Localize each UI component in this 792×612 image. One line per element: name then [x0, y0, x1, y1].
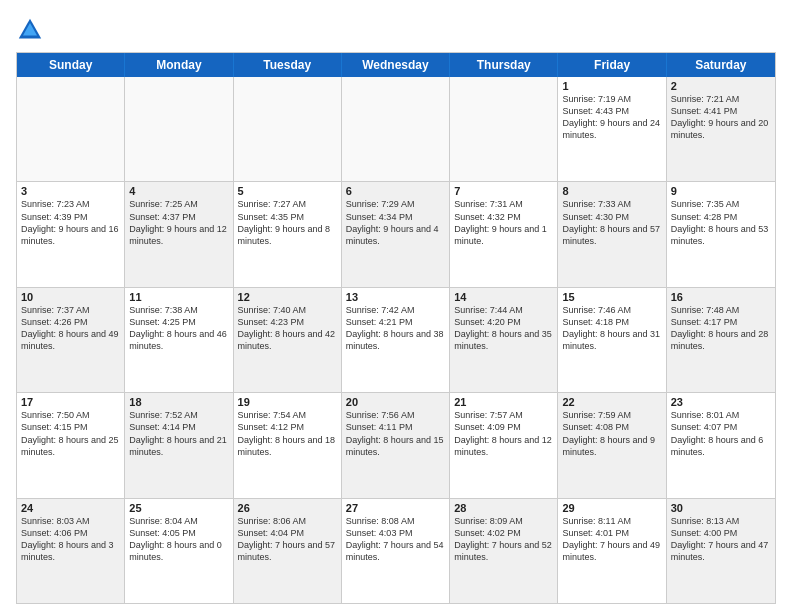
day-number: 6	[346, 185, 445, 197]
calendar-header: SundayMondayTuesdayWednesdayThursdayFrid…	[17, 53, 775, 77]
day-number: 22	[562, 396, 661, 408]
day-number: 7	[454, 185, 553, 197]
day-info: Sunrise: 7:21 AM Sunset: 4:41 PM Dayligh…	[671, 93, 771, 142]
calendar-row-3: 17Sunrise: 7:50 AM Sunset: 4:15 PM Dayli…	[17, 393, 775, 498]
header	[16, 16, 776, 44]
day-number: 20	[346, 396, 445, 408]
day-info: Sunrise: 7:33 AM Sunset: 4:30 PM Dayligh…	[562, 198, 661, 247]
calendar-cell: 10Sunrise: 7:37 AM Sunset: 4:26 PM Dayli…	[17, 288, 125, 392]
day-number: 5	[238, 185, 337, 197]
day-info: Sunrise: 7:48 AM Sunset: 4:17 PM Dayligh…	[671, 304, 771, 353]
calendar-cell: 24Sunrise: 8:03 AM Sunset: 4:06 PM Dayli…	[17, 499, 125, 603]
day-number: 30	[671, 502, 771, 514]
header-day-saturday: Saturday	[667, 53, 775, 77]
day-number: 12	[238, 291, 337, 303]
day-info: Sunrise: 8:06 AM Sunset: 4:04 PM Dayligh…	[238, 515, 337, 564]
day-info: Sunrise: 7:23 AM Sunset: 4:39 PM Dayligh…	[21, 198, 120, 247]
day-number: 26	[238, 502, 337, 514]
day-info: Sunrise: 7:42 AM Sunset: 4:21 PM Dayligh…	[346, 304, 445, 353]
day-number: 17	[21, 396, 120, 408]
day-number: 3	[21, 185, 120, 197]
calendar-cell: 14Sunrise: 7:44 AM Sunset: 4:20 PM Dayli…	[450, 288, 558, 392]
calendar-cell: 17Sunrise: 7:50 AM Sunset: 4:15 PM Dayli…	[17, 393, 125, 497]
header-day-tuesday: Tuesday	[234, 53, 342, 77]
day-info: Sunrise: 7:52 AM Sunset: 4:14 PM Dayligh…	[129, 409, 228, 458]
day-number: 16	[671, 291, 771, 303]
day-number: 4	[129, 185, 228, 197]
day-info: Sunrise: 7:54 AM Sunset: 4:12 PM Dayligh…	[238, 409, 337, 458]
day-info: Sunrise: 8:13 AM Sunset: 4:00 PM Dayligh…	[671, 515, 771, 564]
day-info: Sunrise: 8:01 AM Sunset: 4:07 PM Dayligh…	[671, 409, 771, 458]
calendar-cell	[234, 77, 342, 181]
calendar-cell: 5Sunrise: 7:27 AM Sunset: 4:35 PM Daylig…	[234, 182, 342, 286]
day-info: Sunrise: 7:25 AM Sunset: 4:37 PM Dayligh…	[129, 198, 228, 247]
calendar-cell: 21Sunrise: 7:57 AM Sunset: 4:09 PM Dayli…	[450, 393, 558, 497]
calendar-cell: 22Sunrise: 7:59 AM Sunset: 4:08 PM Dayli…	[558, 393, 666, 497]
day-info: Sunrise: 7:59 AM Sunset: 4:08 PM Dayligh…	[562, 409, 661, 458]
calendar-cell: 23Sunrise: 8:01 AM Sunset: 4:07 PM Dayli…	[667, 393, 775, 497]
calendar-cell	[450, 77, 558, 181]
day-info: Sunrise: 7:31 AM Sunset: 4:32 PM Dayligh…	[454, 198, 553, 247]
day-info: Sunrise: 8:08 AM Sunset: 4:03 PM Dayligh…	[346, 515, 445, 564]
day-info: Sunrise: 7:27 AM Sunset: 4:35 PM Dayligh…	[238, 198, 337, 247]
calendar-cell: 11Sunrise: 7:38 AM Sunset: 4:25 PM Dayli…	[125, 288, 233, 392]
day-number: 19	[238, 396, 337, 408]
calendar-cell: 1Sunrise: 7:19 AM Sunset: 4:43 PM Daylig…	[558, 77, 666, 181]
calendar-cell: 29Sunrise: 8:11 AM Sunset: 4:01 PM Dayli…	[558, 499, 666, 603]
calendar-cell: 12Sunrise: 7:40 AM Sunset: 4:23 PM Dayli…	[234, 288, 342, 392]
day-number: 25	[129, 502, 228, 514]
day-number: 13	[346, 291, 445, 303]
day-info: Sunrise: 7:50 AM Sunset: 4:15 PM Dayligh…	[21, 409, 120, 458]
header-day-wednesday: Wednesday	[342, 53, 450, 77]
calendar-cell: 18Sunrise: 7:52 AM Sunset: 4:14 PM Dayli…	[125, 393, 233, 497]
day-number: 21	[454, 396, 553, 408]
day-info: Sunrise: 7:46 AM Sunset: 4:18 PM Dayligh…	[562, 304, 661, 353]
day-number: 18	[129, 396, 228, 408]
calendar-row-2: 10Sunrise: 7:37 AM Sunset: 4:26 PM Dayli…	[17, 288, 775, 393]
day-number: 27	[346, 502, 445, 514]
day-info: Sunrise: 7:29 AM Sunset: 4:34 PM Dayligh…	[346, 198, 445, 247]
calendar-cell: 25Sunrise: 8:04 AM Sunset: 4:05 PM Dayli…	[125, 499, 233, 603]
day-info: Sunrise: 7:57 AM Sunset: 4:09 PM Dayligh…	[454, 409, 553, 458]
day-number: 28	[454, 502, 553, 514]
day-number: 2	[671, 80, 771, 92]
header-day-sunday: Sunday	[17, 53, 125, 77]
day-info: Sunrise: 7:37 AM Sunset: 4:26 PM Dayligh…	[21, 304, 120, 353]
page: SundayMondayTuesdayWednesdayThursdayFrid…	[0, 0, 792, 612]
calendar-cell	[125, 77, 233, 181]
calendar-cell: 30Sunrise: 8:13 AM Sunset: 4:00 PM Dayli…	[667, 499, 775, 603]
header-day-thursday: Thursday	[450, 53, 558, 77]
calendar: SundayMondayTuesdayWednesdayThursdayFrid…	[16, 52, 776, 604]
day-number: 8	[562, 185, 661, 197]
calendar-cell	[17, 77, 125, 181]
day-info: Sunrise: 8:03 AM Sunset: 4:06 PM Dayligh…	[21, 515, 120, 564]
day-info: Sunrise: 7:35 AM Sunset: 4:28 PM Dayligh…	[671, 198, 771, 247]
day-info: Sunrise: 7:38 AM Sunset: 4:25 PM Dayligh…	[129, 304, 228, 353]
calendar-cell: 9Sunrise: 7:35 AM Sunset: 4:28 PM Daylig…	[667, 182, 775, 286]
header-day-monday: Monday	[125, 53, 233, 77]
calendar-cell: 26Sunrise: 8:06 AM Sunset: 4:04 PM Dayli…	[234, 499, 342, 603]
calendar-cell: 20Sunrise: 7:56 AM Sunset: 4:11 PM Dayli…	[342, 393, 450, 497]
calendar-cell: 13Sunrise: 7:42 AM Sunset: 4:21 PM Dayli…	[342, 288, 450, 392]
calendar-body: 1Sunrise: 7:19 AM Sunset: 4:43 PM Daylig…	[17, 77, 775, 603]
logo-icon	[16, 16, 44, 44]
day-number: 23	[671, 396, 771, 408]
calendar-row-1: 3Sunrise: 7:23 AM Sunset: 4:39 PM Daylig…	[17, 182, 775, 287]
calendar-row-4: 24Sunrise: 8:03 AM Sunset: 4:06 PM Dayli…	[17, 499, 775, 603]
calendar-cell: 3Sunrise: 7:23 AM Sunset: 4:39 PM Daylig…	[17, 182, 125, 286]
day-number: 14	[454, 291, 553, 303]
day-number: 15	[562, 291, 661, 303]
calendar-row-0: 1Sunrise: 7:19 AM Sunset: 4:43 PM Daylig…	[17, 77, 775, 182]
logo	[16, 16, 48, 44]
calendar-cell: 16Sunrise: 7:48 AM Sunset: 4:17 PM Dayli…	[667, 288, 775, 392]
calendar-cell: 19Sunrise: 7:54 AM Sunset: 4:12 PM Dayli…	[234, 393, 342, 497]
day-number: 29	[562, 502, 661, 514]
day-number: 24	[21, 502, 120, 514]
calendar-cell: 4Sunrise: 7:25 AM Sunset: 4:37 PM Daylig…	[125, 182, 233, 286]
day-info: Sunrise: 8:04 AM Sunset: 4:05 PM Dayligh…	[129, 515, 228, 564]
day-number: 10	[21, 291, 120, 303]
calendar-cell: 6Sunrise: 7:29 AM Sunset: 4:34 PM Daylig…	[342, 182, 450, 286]
calendar-cell: 15Sunrise: 7:46 AM Sunset: 4:18 PM Dayli…	[558, 288, 666, 392]
calendar-cell: 27Sunrise: 8:08 AM Sunset: 4:03 PM Dayli…	[342, 499, 450, 603]
calendar-cell: 7Sunrise: 7:31 AM Sunset: 4:32 PM Daylig…	[450, 182, 558, 286]
